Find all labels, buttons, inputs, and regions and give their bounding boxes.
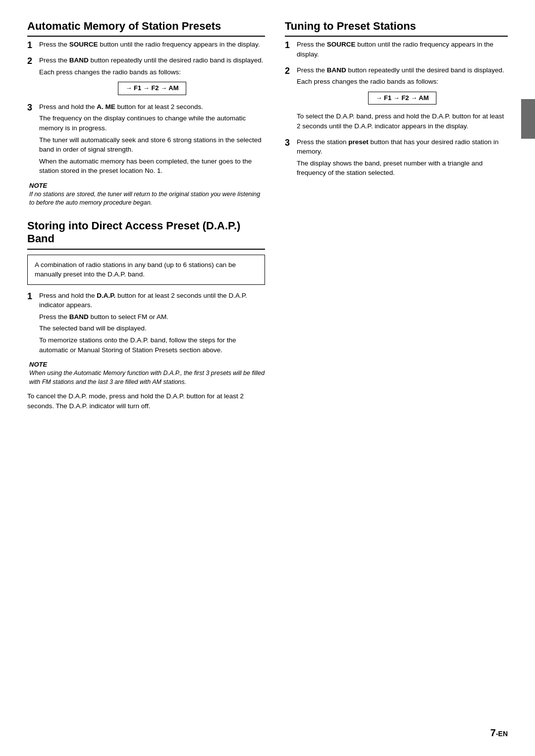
tuning-step-3-content: Press the station preset button that has… [297,137,508,180]
note-label-2: NOTE [29,361,265,368]
dap-step-1-text-c: The selected band will be displayed. [39,324,265,333]
step-3-content: Press and hold the A. ME button for at l… [39,102,265,178]
step-1-content: Press the SOURCE button until the radio … [39,40,265,52]
section-tuning: Tuning to Preset Stations 1 Press the SO… [285,20,508,180]
tuning-step-2: 2 Press the BAND button repeatedly until… [285,65,508,133]
section-dap-title: Storing into Direct Access Preset (D.A.P… [27,219,265,250]
section-auto-memory-title: Automatic Memory of Station Presets [27,20,265,37]
tuning-step-2-text-b: Each press changes the radio bands as fo… [297,77,508,87]
auto-memory-step-2: 2 Press the BAND button repeatedly until… [27,55,265,98]
note-text-1: If no stations are stored, the tuner wil… [29,190,265,208]
section-tuning-title: Tuning to Preset Stations [285,20,508,37]
dap-closing-text: To cancel the D.A.P. mode, press and hol… [27,391,265,411]
note-label-1: NOTE [29,182,265,189]
tuning-step-2-text-a: Press the BAND button repeatedly until t… [297,65,508,75]
tuning-step-number-2: 2 [285,65,294,77]
tuning-step-number-1: 1 [285,40,294,51]
tuning-step-1-text: Press the SOURCE button until the radio … [297,40,508,59]
step-3-text-d: When the automatic memory has been compl… [39,157,265,176]
section-auto-memory: Automatic Memory of Station Presets 1 Pr… [27,20,265,208]
step-3-text-b: The frequency on the display continues t… [39,113,265,133]
tuning-step-number-3: 3 [285,137,294,149]
tuning-step-2-content: Press the BAND button repeatedly until t… [297,65,508,133]
step-3-text-a: Press and hold the A. ME button for at l… [39,102,265,112]
dap-step-1: 1 Press and hold the D.A.P. button for a… [27,291,265,357]
note-text-2: When using the Automatic Memory function… [29,369,265,386]
step-2-content: Press the BAND button repeatedly until t… [39,55,265,98]
band-sequence-2: → F1 → F2 → AM [368,92,436,105]
page-number: 7-EN [490,727,508,739]
dap-step-1-text-b: Press the BAND button to select FM or AM… [39,312,265,322]
step-number-3: 3 [27,102,36,113]
section-dap: Storing into Direct Access Preset (D.A.P… [27,219,265,411]
dap-step-1-content: Press and hold the D.A.P. button for at … [39,291,265,357]
dap-step-number-1: 1 [27,291,36,302]
step-2-text-a: Press the BAND button repeatedly until t… [39,55,265,65]
step-3-text-c: The tuner will automatically seek and st… [39,135,265,155]
tuning-step-1: 1 Press the SOURCE button until the radi… [285,40,508,61]
dap-info-box: A combination of radio stations in any b… [27,255,265,285]
dap-note: NOTE When using the Automatic Memory fun… [29,361,265,386]
step-2-text-b: Each press changes the radio bands as fo… [39,67,265,77]
tuning-step-3-text-b: The display shows the band, preset numbe… [297,159,508,178]
tuning-step-1-content: Press the SOURCE button until the radio … [297,40,508,61]
step-number-1: 1 [27,40,36,51]
page-container: Automatic Memory of Station Presets 1 Pr… [0,0,535,756]
dap-step-1-text-d: To memorize stations onto the D.A.P. ban… [39,335,265,355]
page-suffix: -EN [496,730,508,738]
right-column: Tuning to Preset Stations 1 Press the SO… [285,20,508,411]
two-column-layout: Automatic Memory of Station Presets 1 Pr… [27,20,508,411]
step-number-2: 2 [27,55,36,67]
dap-step-1-text-a: Press and hold the D.A.P. button for at … [39,291,265,310]
dap-steps: 1 Press and hold the D.A.P. button for a… [27,291,265,357]
tuning-step-3: 3 Press the station preset button that h… [285,137,508,180]
tuning-step-2-text-c: To select the D.A.P. band, press and hol… [297,111,508,131]
right-tab [521,99,535,139]
tuning-steps: 1 Press the SOURCE button until the radi… [285,40,508,179]
auto-memory-steps: 1 Press the SOURCE button until the radi… [27,40,265,177]
tuning-step-3-text-a: Press the station preset button that has… [297,137,508,157]
band-sequence-1: → F1 → F2 → AM [118,82,186,95]
auto-memory-note: NOTE If no stations are stored, the tune… [29,182,265,208]
auto-memory-step-3: 3 Press and hold the A. ME button for at… [27,102,265,178]
left-column: Automatic Memory of Station Presets 1 Pr… [27,20,265,411]
auto-memory-step-1: 1 Press the SOURCE button until the radi… [27,40,265,52]
step-1-text: Press the SOURCE button until the radio … [39,40,265,50]
